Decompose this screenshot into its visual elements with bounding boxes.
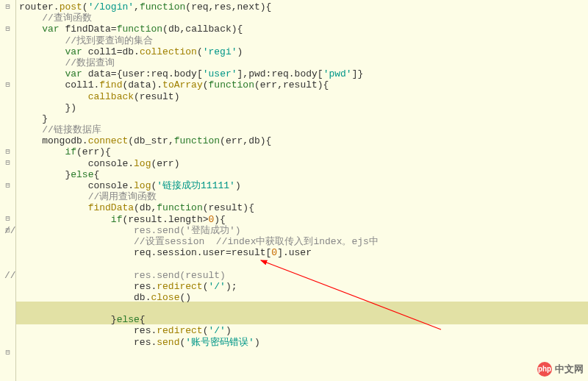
code-line[interactable]: var data={user:req.body['user'],pwd:req.… [19,68,588,79]
token-sp [19,191,88,202]
token-op: }) [65,102,76,113]
gutter-line[interactable]: ⊟ [0,213,15,224]
code-line[interactable]: //调用查询函数 [19,191,588,202]
token-id: console [88,158,129,169]
token-cmt: //调用查询函数 [88,191,157,202]
token-id: result [209,202,243,213]
token-op: . [168,68,174,79]
code-line[interactable]: //查询函数 [19,13,588,24]
token-op: ( [203,202,209,213]
code-line[interactable]: res.redirect('/') [19,325,588,336]
code-line[interactable]: var coll1=db.collection('regi') [19,46,588,57]
token-cmt: //查询函数 [42,13,92,24]
code-line[interactable]: var findData=function(db,callback){ [19,24,588,35]
gutter-line [0,135,15,146]
fold-icon[interactable]: ⊟ [5,25,10,33]
code-line[interactable]: findData(db,function(result){ [19,202,588,213]
token-id: err [260,79,277,90]
token-op: ={ [111,68,123,79]
token-sp [19,236,134,247]
token-str: '/' [208,281,225,292]
gutter-line [0,68,15,79]
gutter-line[interactable]: ⊟ [0,24,15,35]
code-line[interactable]: req.session.user=result[0].user [19,247,588,258]
fold-icon[interactable]: ⊟ [5,215,10,223]
code-line[interactable]: callback(result) [19,91,588,102]
token-id: req [271,68,288,79]
code-line[interactable]: //找到要查询的集合 [19,35,588,46]
code-line[interactable]: //数据查询 [19,57,588,68]
gutter-line[interactable]: ⊟ [0,157,15,168]
code-line[interactable]: console.log('链接成功11111') [19,180,588,191]
code-line[interactable]: if(result.length>0){ [19,214,588,225]
token-op: ). [151,79,163,90]
code-line[interactable]: // res.send(result) [19,270,588,281]
fold-icon[interactable]: ⊟ [5,81,10,89]
code-line[interactable]: } [19,113,588,124]
code-line[interactable] [19,258,588,269]
token-op: ) [226,325,232,336]
token-sp [19,135,42,146]
token-id: console [88,180,129,191]
gutter-line[interactable]: ⊟ [0,347,15,358]
token-id: user [289,247,312,258]
code-line[interactable]: //设置session //index中获取传入到index。ejs中 [19,236,588,247]
token-op: { [93,169,99,180]
token-sp [19,57,65,68]
code-line[interactable]: //链接数据库 [19,124,588,135]
token-id: data [88,68,111,79]
token-id: pwd [248,68,265,79]
code-line[interactable]: res.send('账号密码错误') [19,337,588,348]
token-op: ){ [260,1,272,13]
token-op: . [54,1,60,13]
fold-icon[interactable]: ⊟ [5,182,10,190]
gutter-line[interactable]: ⊟ [0,180,15,191]
code-line[interactable]: }else{ [19,169,588,180]
token-sp [19,270,134,281]
token-id: err [82,146,99,157]
token-sp [19,180,88,191]
code-line[interactable]: // res.send('登陆成功') [19,225,588,236]
gutter-line [0,325,15,336]
fold-icon[interactable]: ⊟ [5,349,10,357]
token-id: db_str [134,135,168,146]
token-sp [19,325,134,336]
token-op: : [146,68,151,79]
token-sp [19,35,65,46]
code-line[interactable]: mongodb.connect(db_str,function(err,db){ [19,135,588,146]
token-op: [ [197,68,203,79]
gutter-line [0,102,15,113]
code-line[interactable]: res.redirect('/'); [19,281,588,292]
code-line[interactable]: }) [19,102,588,113]
token-id: session [157,247,197,258]
token-id: res [134,325,151,336]
gutter-line [0,236,15,247]
code-line[interactable]: if(err){ [19,146,588,157]
gutter-line [0,247,15,258]
token-op: ( [128,135,134,146]
gutter-line [0,336,15,347]
code-line[interactable]: console.log(err) [19,158,588,169]
token-id: req [191,1,208,13]
token-sp [19,68,65,79]
token-op: ) [235,180,241,191]
token-op: = [226,247,232,258]
fold-gutter: ⊟⊟⊟⊟⊟⊟⊟⊟⊟ [0,0,16,381]
code-area[interactable]: router.post('/login',function(req,res,ne… [16,0,588,381]
gutter-line[interactable]: ⊟ [0,1,15,13]
code-line[interactable]: router.post('/login',function(req,res,ne… [19,1,588,13]
line-comment-marker: // [4,270,16,281]
fold-icon[interactable]: ⊟ [5,159,10,167]
token-sp [19,46,65,57]
fold-icon[interactable]: ⊟ [5,148,10,156]
gutter-line[interactable]: ⊟ [0,79,15,90]
token-cmt: //链接数据库 [42,124,101,135]
token-op: . [289,68,295,79]
token-id: body [295,68,318,79]
token-op: ){ [232,24,243,35]
code-line[interactable]: coll1.find(data).toArray(function(err,re… [19,79,588,90]
gutter-line[interactable]: ⊟ [0,146,15,157]
token-id: callback [185,24,231,35]
token-id: user [122,68,145,79]
fold-icon[interactable]: ⊟ [5,3,10,11]
